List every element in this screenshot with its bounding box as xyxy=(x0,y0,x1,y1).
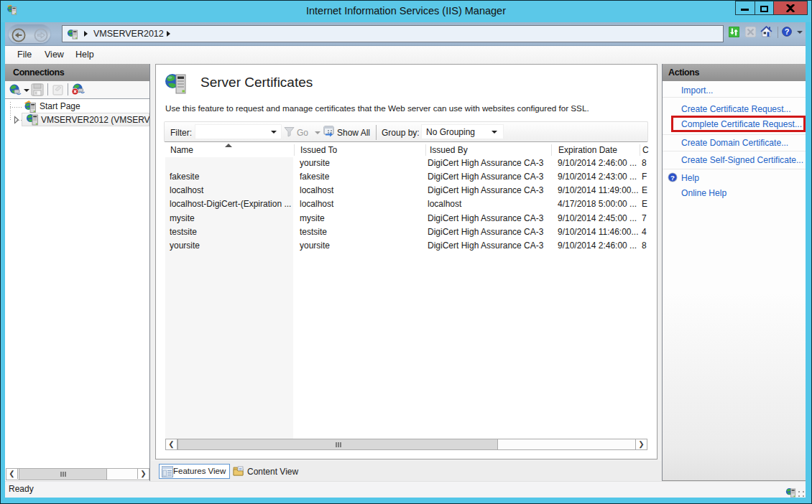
svg-text:?: ? xyxy=(785,27,790,36)
svg-text:?: ? xyxy=(670,174,675,182)
